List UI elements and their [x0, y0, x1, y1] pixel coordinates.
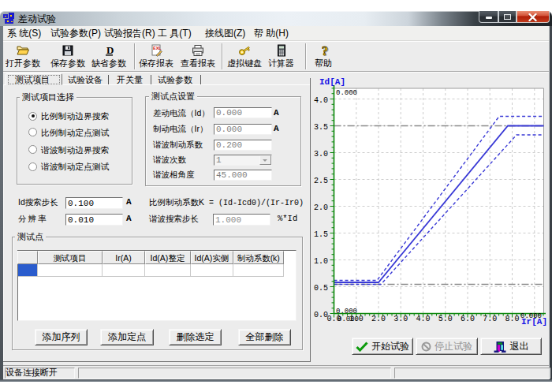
svg-text:7.0: 7.0	[483, 315, 497, 323]
svg-text:0.000: 0.000	[338, 315, 359, 323]
svg-text:5.0: 5.0	[438, 315, 453, 323]
svg-text:8.0: 8.0	[505, 315, 519, 323]
svg-text:6.0: 6.0	[461, 315, 475, 323]
svg-text:3.0: 3.0	[314, 150, 328, 159]
svg-text:3.0: 3.0	[393, 315, 408, 323]
svg-text:4.0: 4.0	[416, 315, 430, 323]
svg-text:2.0: 2.0	[314, 203, 328, 212]
svg-text:0.000: 0.000	[336, 89, 357, 97]
svg-text:0.000: 0.000	[336, 308, 357, 315]
svg-text:4.0: 4.0	[314, 96, 328, 105]
svg-text:Ir[A]: Ir[A]	[521, 317, 547, 327]
svg-text:2.0: 2.0	[371, 315, 386, 323]
svg-text:1.5: 1.5	[314, 230, 328, 239]
svg-text:Id[A]: Id[A]	[319, 77, 345, 87]
svg-text:3.5: 3.5	[314, 123, 328, 132]
svg-text:D: D	[106, 44, 114, 56]
svg-text:0.0: 0.0	[314, 311, 328, 319]
svg-text:EXL: EXL	[153, 46, 162, 50]
svg-text:?: ?	[322, 44, 328, 57]
svg-text:0.5: 0.5	[314, 284, 328, 293]
svg-text:1.0: 1.0	[314, 257, 328, 266]
svg-text:2.5: 2.5	[314, 177, 328, 185]
